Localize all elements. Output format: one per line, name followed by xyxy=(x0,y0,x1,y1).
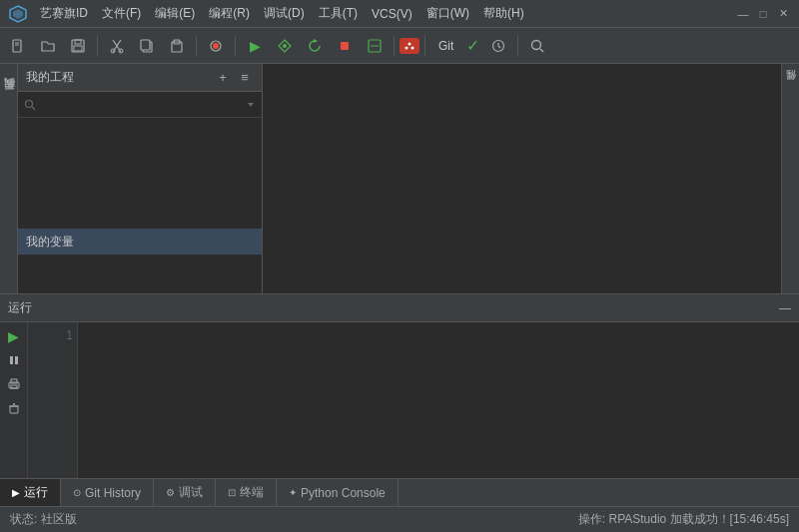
bottom-panel-header: 运行 — xyxy=(0,294,799,322)
debug-tab-icon: ⚙ xyxy=(166,487,175,498)
svg-rect-31 xyxy=(10,356,13,364)
title-bar: 艺赛旗ID 文件(F) 编辑(E) 编程(R) 调试(D) 工具(T) VCS(… xyxy=(0,0,799,28)
menu-run[interactable]: 编程(R) xyxy=(203,3,256,24)
search-button[interactable] xyxy=(523,32,551,60)
separator-3 xyxy=(235,36,236,56)
copy-button[interactable] xyxy=(133,32,161,60)
line-number: 1 xyxy=(32,328,73,342)
project-panel-actions: + ≡ xyxy=(214,69,254,87)
bottom-panel: 运行 — ▶ 1 xyxy=(0,293,799,478)
status-left: 状态: 社区版 xyxy=(10,511,77,528)
bottom-panel-content: ▶ 1 xyxy=(0,322,799,478)
menu-file[interactable]: 文件(F) xyxy=(96,3,147,24)
run-play-button[interactable]: ▶ xyxy=(4,326,24,346)
separator-4 xyxy=(394,36,395,56)
menu-bar: 艺赛旗ID 文件(F) 编辑(E) 编程(R) 调试(D) 工具(T) VCS(… xyxy=(34,3,727,24)
close-button[interactable]: ✕ xyxy=(775,6,791,22)
separator-2 xyxy=(196,36,197,56)
cut-button[interactable] xyxy=(103,32,131,60)
svg-point-26 xyxy=(532,40,541,49)
svg-rect-7 xyxy=(74,46,82,51)
bottom-tabs: ▶ 运行 ⊙ Git History ⚙ 调试 ⊡ 终端 ✦ Python Co… xyxy=(0,478,799,506)
paste-button[interactable] xyxy=(163,32,191,60)
run-pause-button[interactable] xyxy=(4,350,24,370)
coverage-button[interactable] xyxy=(361,32,389,60)
menu-艺赛旗id[interactable]: 艺赛旗ID xyxy=(34,3,94,24)
search-icon xyxy=(24,99,36,111)
tab-debug[interactable]: ⚙ 调试 xyxy=(154,479,216,507)
git-history-tab-icon: ⊙ xyxy=(73,487,81,498)
tab-git-history[interactable]: ⊙ Git History xyxy=(61,479,154,507)
sidebar-item-project[interactable]: 我的工程 xyxy=(2,68,16,128)
project-menu-button[interactable]: ≡ xyxy=(236,69,254,87)
menu-vcs[interactable]: VCS(V) xyxy=(366,5,418,23)
menu-edit[interactable]: 编辑(E) xyxy=(149,3,201,24)
minimize-button[interactable]: — xyxy=(735,6,751,22)
separator-5 xyxy=(424,36,425,56)
toolbar: ▶ Git ✓ xyxy=(0,28,799,64)
variables-panel-title: 我的变量 xyxy=(26,234,74,251)
git-check-icon: ✓ xyxy=(463,36,482,55)
run-button[interactable]: ▶ xyxy=(241,32,269,60)
menu-tools[interactable]: 工具(T) xyxy=(313,3,364,24)
svg-point-24 xyxy=(411,46,414,49)
add-project-button[interactable]: + xyxy=(214,69,232,87)
maximize-button[interactable]: □ xyxy=(755,6,771,22)
record-button[interactable] xyxy=(202,32,230,60)
svg-rect-2 xyxy=(13,40,21,52)
bottom-panel-title: 运行 xyxy=(8,299,32,316)
new-file-button[interactable] xyxy=(4,32,32,60)
terminal-tab-icon: ⊡ xyxy=(228,487,236,498)
run-print-button[interactable] xyxy=(4,374,24,394)
menu-debug[interactable]: 调试(D) xyxy=(258,3,311,24)
python-console-tab-label: Python Console xyxy=(301,486,386,500)
save-button[interactable] xyxy=(64,32,92,60)
search-dropdown-icon xyxy=(246,100,256,110)
menu-window[interactable]: 窗口(W) xyxy=(420,3,475,24)
menu-help[interactable]: 帮助(H) xyxy=(477,3,530,24)
rerun-button[interactable] xyxy=(301,32,329,60)
svg-rect-36 xyxy=(10,406,18,413)
git-button[interactable]: Git xyxy=(430,37,461,55)
svg-rect-32 xyxy=(15,356,18,364)
svg-point-23 xyxy=(405,46,408,49)
window-controls: — □ ✕ xyxy=(735,6,791,22)
svg-point-22 xyxy=(408,42,411,45)
terminal-tab-label: 终端 xyxy=(240,484,264,501)
run-tab-label: 运行 xyxy=(24,484,48,501)
run-clear-button[interactable] xyxy=(4,398,24,418)
open-file-button[interactable] xyxy=(34,32,62,60)
status-bar: 状态: 社区版 操作: RPAStudio 加载成功！[15:46:45s] xyxy=(0,506,799,532)
line-numbers: 1 xyxy=(28,322,78,478)
console-content[interactable] xyxy=(78,322,799,478)
project-panel-title: 我的工程 xyxy=(26,69,74,86)
sidebar-item-properties[interactable]: 属性 xyxy=(784,68,798,108)
svg-point-16 xyxy=(283,44,287,48)
bottom-left-tools: ▶ xyxy=(0,322,28,478)
project-panel-header: 我的工程 + ≡ xyxy=(18,64,262,92)
variables-panel-header: 我的变量 xyxy=(18,229,262,255)
project-tree[interactable] xyxy=(18,118,262,229)
svg-rect-18 xyxy=(341,42,349,50)
svg-marker-17 xyxy=(314,39,318,43)
debug-tab-label: 调试 xyxy=(179,484,203,501)
debug-button[interactable] xyxy=(271,32,299,60)
tab-python-console[interactable]: ✦ Python Console xyxy=(277,479,399,507)
app-logo xyxy=(8,4,28,24)
separator-1 xyxy=(97,36,98,56)
separator-6 xyxy=(517,36,518,56)
search-input[interactable] xyxy=(40,98,242,112)
tab-run[interactable]: ▶ 运行 xyxy=(0,479,61,507)
bottom-panel-minimize-button[interactable]: — xyxy=(779,301,791,315)
python-console-tab-icon: ✦ xyxy=(289,487,297,498)
svg-line-29 xyxy=(32,107,35,110)
error-indicator xyxy=(400,38,419,54)
tab-terminal[interactable]: ⊡ 终端 xyxy=(216,479,277,507)
history-button[interactable] xyxy=(484,32,512,60)
svg-rect-11 xyxy=(141,40,150,50)
svg-line-27 xyxy=(540,49,543,52)
svg-point-28 xyxy=(26,100,33,107)
project-search-bar xyxy=(18,92,262,118)
svg-rect-35 xyxy=(11,385,17,388)
stop-button[interactable] xyxy=(331,32,359,60)
